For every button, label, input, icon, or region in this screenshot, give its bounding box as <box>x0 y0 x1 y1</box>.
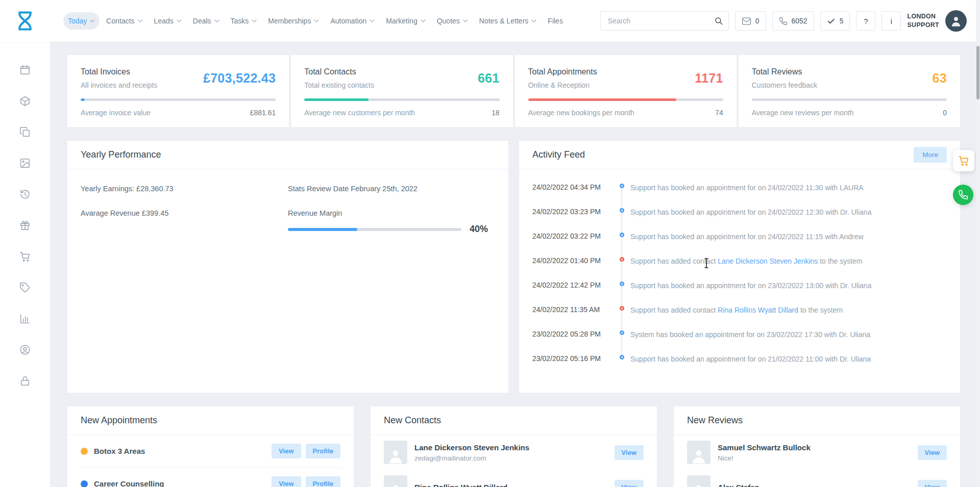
stat-value: £703,522.43 <box>203 71 276 86</box>
package-icon[interactable] <box>19 95 31 107</box>
chart-icon[interactable] <box>19 313 31 324</box>
hourglass-logo-icon <box>14 10 36 32</box>
activity-feed-item: 24/02/2022 11:35 AM Support has added co… <box>532 305 947 315</box>
appointment-label: Career Counselling <box>94 479 164 487</box>
cart-icon[interactable] <box>19 251 31 262</box>
view-button[interactable]: View <box>615 480 644 487</box>
info-button[interactable]: i <box>881 11 901 31</box>
bottom-row: New Appointments Botox 3 Areas View Prof… <box>67 406 960 487</box>
stat-value: 1171 <box>695 71 723 86</box>
stats-row: Total Invoices All invoices and receipts… <box>67 55 960 127</box>
mail-badge-button[interactable]: 0 <box>735 11 766 31</box>
user-circle-icon[interactable] <box>19 344 31 355</box>
new-appointments-list: Botox 3 Areas View Profile Career Counse… <box>67 435 354 487</box>
revenue-margin-label: Revenue Margin <box>288 209 495 217</box>
chevron-down-icon <box>214 19 219 22</box>
stats-review-date: Stats Review Date February 25th, 2022 <box>288 185 495 193</box>
search-icon[interactable] <box>714 16 723 25</box>
nav-item-label: Notes & Letters <box>479 17 529 25</box>
profile-button[interactable]: Profile <box>306 476 340 487</box>
user-avatar[interactable] <box>945 10 967 32</box>
stat-subtitle: Customers feedback <box>752 81 817 89</box>
nav-item[interactable]: Marketing <box>381 12 430 30</box>
nav-item[interactable]: Notes & Letters <box>475 12 542 30</box>
feed-text: Support has booked an appointment for on… <box>630 232 947 241</box>
new-reviews-title: New Reviews <box>687 415 743 426</box>
feed-text: Support has added contact Rina Rollins W… <box>630 305 947 315</box>
stat-footer-value: 0 <box>943 109 947 117</box>
scrollbar-thumb[interactable] <box>976 46 979 99</box>
floating-phone-button[interactable] <box>953 185 973 205</box>
profile-button[interactable]: Profile <box>306 444 340 458</box>
nav-item[interactable]: Leads <box>150 12 186 30</box>
feed-dot <box>620 208 624 213</box>
tag-icon[interactable] <box>19 282 31 293</box>
feed-text: System has booked an appointment for on … <box>630 329 947 339</box>
location-line1: LONDON <box>907 12 939 21</box>
phone-badge-button[interactable]: 6052 <box>772 11 814 31</box>
search-input[interactable] <box>608 17 714 25</box>
feed-dot <box>620 355 624 360</box>
nav-item[interactable]: Quotes <box>432 12 473 30</box>
check-icon <box>827 17 836 25</box>
contact-link[interactable]: Lane Dickerson Steven Jenkins <box>718 257 818 265</box>
nav-item[interactable]: Deals <box>188 12 224 30</box>
nav-item[interactable]: Today <box>63 12 100 30</box>
feed-dot <box>620 306 624 311</box>
new-contacts-card: New Contacts Lane Dickerson Steven Jenki… <box>371 406 657 487</box>
copy-icon[interactable] <box>19 126 31 138</box>
contact-row: Rina Rollins Wyatt Dillard View <box>384 470 644 487</box>
feed-timestamp: 24/02/2022 04:34 PM <box>532 183 613 192</box>
new-contacts-list: Lane Dickerson Steven Jenkins zedagi@mai… <box>371 435 657 487</box>
feed-text-pre: Support has added contact <box>630 306 718 314</box>
floating-cart-button[interactable] <box>953 150 974 171</box>
reviewer-avatar <box>687 475 710 487</box>
review-note: Nice! <box>718 454 811 462</box>
image-icon[interactable] <box>19 158 31 169</box>
view-button[interactable]: View <box>615 445 644 460</box>
new-reviews-list: Samuel Schwartz Bullock Nice! View Alex … <box>674 435 960 487</box>
chevron-down-icon <box>252 19 257 22</box>
stat-title: Total Invoices <box>81 67 157 76</box>
gift-icon[interactable] <box>19 220 31 231</box>
chevron-down-icon <box>90 19 95 22</box>
lock-icon[interactable] <box>19 375 31 387</box>
new-contacts-title: New Contacts <box>384 415 441 426</box>
nav-item[interactable]: Automation <box>326 12 379 30</box>
stat-subtitle: Total existing contacts <box>304 81 374 89</box>
feed-text-pre: System has booked an appointment for on … <box>630 330 870 339</box>
tasks-badge-button[interactable]: 5 <box>820 11 850 31</box>
calendar-icon[interactable] <box>19 64 31 75</box>
activity-feed-item: 23/02/2022 05:16 PM Support has booked a… <box>532 354 947 364</box>
envelope-icon <box>742 16 751 26</box>
scrollbar[interactable] <box>976 0 980 487</box>
contact-link[interactable]: Rina Rollins Wyatt Dillard <box>718 306 798 314</box>
history-icon[interactable] <box>19 189 31 200</box>
contact-row: Lane Dickerson Steven Jenkins zedagi@mai… <box>384 435 644 470</box>
activity-feed-item: 24/02/2022 03:23 PM Support has booked a… <box>532 207 947 217</box>
yearly-performance-card: Yearly Performance Yearly Earnings: £28,… <box>67 141 508 393</box>
view-button[interactable]: View <box>272 476 301 487</box>
view-button[interactable]: View <box>272 444 301 458</box>
orange-cart-icon <box>958 155 969 166</box>
nav-item-label: Deals <box>193 17 211 25</box>
nav-item[interactable]: Contacts <box>102 12 147 30</box>
chevron-down-icon <box>370 19 375 22</box>
nav-item-label: Automation <box>330 17 366 25</box>
nav-item[interactable]: Files <box>543 12 568 30</box>
help-button[interactable]: ? <box>856 11 875 31</box>
stat-progressbar <box>81 98 276 101</box>
nav-item[interactable]: Memberships <box>263 12 324 30</box>
view-button[interactable]: View <box>918 480 947 487</box>
appointment-dot <box>81 448 88 455</box>
feed-dot <box>620 257 624 262</box>
view-button[interactable]: View <box>918 445 947 460</box>
stat-footer-label: Average new bookings per month <box>528 109 634 117</box>
app-logo[interactable] <box>0 10 50 32</box>
stat-card: Total Contacts Total existing contacts 6… <box>291 55 512 127</box>
feed-timestamp: 24/02/2022 11:35 AM <box>532 305 613 314</box>
nav-item[interactable]: Tasks <box>226 12 262 30</box>
more-button[interactable]: More <box>914 147 947 163</box>
stat-footer-label: Average new customers per month <box>304 109 415 117</box>
stat-footer-value: 74 <box>715 109 723 117</box>
